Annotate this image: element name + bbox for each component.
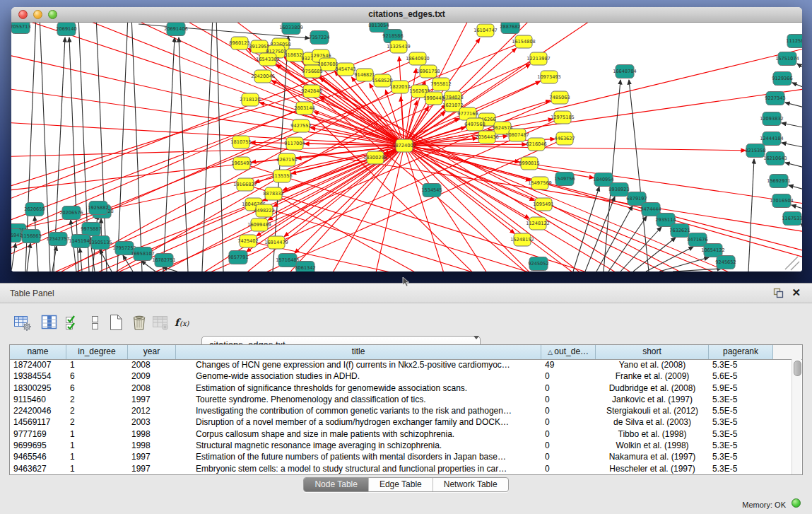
cell-out_de: 0 [541, 440, 596, 451]
cell-name: 9463627 [10, 463, 66, 474]
cell-out_de: 0 [541, 428, 596, 440]
column-header-in_degree[interactable]: in_degree [66, 345, 128, 359]
cell-in_degree: 2 [66, 416, 128, 428]
cell-in_degree: 1 [66, 359, 128, 370]
cell-year: 1997 [128, 394, 176, 405]
float-panel-icon[interactable] [773, 288, 784, 298]
table-row[interactable]: 977716911998Corpus callosum shape and si… [10, 428, 802, 440]
table-row[interactable]: 1830029562008Estimation of significance … [10, 382, 802, 394]
network-node-label: 4463627 [554, 136, 575, 141]
cell-name: 9465546 [10, 451, 66, 462]
svg-text:(x): (x) [180, 320, 190, 327]
network-node-label: 1822037 [389, 84, 410, 90]
table-settings-icon[interactable] [13, 313, 33, 333]
cell-pagerank: 5.9E-5 [709, 382, 773, 394]
network-node-label: 20206576 [59, 210, 83, 216]
network-node-label: 1810755 [230, 139, 251, 145]
tab-network-table[interactable]: Network Table [433, 478, 508, 491]
table-row[interactable]: 1872400712008Changes of HCN gene express… [10, 359, 802, 370]
network-node-label: 1534545 [421, 187, 442, 193]
cell-year: 2012 [128, 405, 176, 416]
cell-title: Structural magnetic resonance image aver… [176, 440, 541, 451]
column-header-year[interactable]: year [128, 345, 176, 359]
network-node-label: 4498222 [254, 208, 274, 214]
table-body: 1872400712008Changes of HCN gene express… [10, 359, 802, 474]
cell-pagerank: 5.3E-5 [709, 451, 773, 462]
table-row[interactable]: 1938455462009Genome-wide association stu… [10, 370, 802, 382]
cell-in_degree: 1 [66, 440, 128, 451]
table-scrollbar[interactable] [792, 359, 801, 474]
show-column-icon[interactable] [40, 313, 59, 333]
column-header-title[interactable]: title [176, 345, 541, 359]
cell-year: 1997 [128, 463, 176, 474]
network-node-label: 9117004 [284, 141, 305, 146]
network-node-label: 12975185 [551, 115, 575, 120]
cell-short: Wolkin et al. (1998) [596, 440, 709, 451]
cell-short: Franke et al. (2009) [596, 370, 709, 382]
function-builder-icon[interactable]: f(x) [174, 313, 194, 333]
resize-grip[interactable] [785, 257, 799, 270]
close-panel-icon[interactable]: ✕ [792, 286, 801, 299]
network-node-label: 8471676 [687, 237, 707, 243]
table-row[interactable]: 946362711997Embryonic stem cells: a mode… [10, 463, 802, 474]
cell-title: Estimation of significance thresholds fo… [176, 382, 541, 394]
memory-status-label: Memory: OK [742, 501, 786, 509]
column-header-short[interactable]: short [596, 345, 709, 359]
network-node-label: 6497568 [464, 122, 485, 127]
network-node-label: 16914479 [264, 240, 288, 245]
table-tabs: Node TableEdge TableNetwork Table [303, 477, 508, 492]
cell-year: 1998 [128, 428, 176, 440]
network-node-label: 17016504 [770, 198, 794, 204]
table-scrollbar-thumb[interactable] [794, 361, 801, 376]
delete-table-icon[interactable] [129, 313, 149, 333]
cell-year: 2009 [128, 370, 176, 382]
cell-in_degree: 2 [66, 405, 128, 416]
tab-edge-table[interactable]: Edge Table [368, 478, 433, 491]
table-row[interactable]: 911546021997Tourette syndrome. Phenomeno… [10, 394, 802, 405]
cell-short: Tibbo et al. (1998) [596, 428, 709, 440]
table-row[interactable]: 946554611997Estimation of the future num… [10, 451, 802, 462]
tab-node-table[interactable]: Node Table [304, 478, 368, 491]
new-table-icon[interactable] [106, 313, 126, 333]
table-row[interactable]: 969969511998Structural magnetic resonanc… [10, 440, 802, 451]
network-node-label: 9474444 [640, 206, 661, 212]
network-node-label: 2935114 [655, 217, 676, 223]
cell-name: 9699695 [10, 440, 66, 451]
cell-name: 9115460 [10, 394, 66, 405]
network-canvas[interactable]: 2055713206914020691406160338097357224881… [11, 23, 802, 271]
cell-out_de: 0 [541, 394, 596, 405]
import-table-icon [151, 313, 170, 333]
column-header-pagerank[interactable]: pagerank [709, 345, 773, 359]
cell-pagerank: 5.3E-5 [709, 440, 773, 451]
network-node-label: 18300295 [363, 155, 387, 160]
column-header-name[interactable]: name [10, 345, 66, 359]
network-node-label: 2718120 [240, 97, 260, 103]
select-rows-icon[interactable] [62, 313, 82, 333]
cell-pagerank: 5.3E-5 [709, 359, 773, 370]
cell-name: 14569117 [10, 416, 66, 428]
table-row[interactable]: 2242004622012Investigating the contribut… [10, 405, 802, 416]
column-header-out_de[interactable]: △ out_de… [541, 345, 596, 359]
network-node-label: 12342757 [46, 236, 70, 242]
cell-short: Yano et al. (2008) [596, 359, 709, 370]
network-node-label: 12444184 [760, 136, 784, 141]
network-node-label: 10654122 [701, 247, 725, 253]
network-node-label: 9129366 [772, 76, 792, 81]
cell-title: Estimation of the future numbers of pati… [176, 451, 541, 462]
network-node-label: 8267150 [276, 157, 297, 163]
network-node-label: 1167533 [782, 216, 802, 221]
sort-asc-icon: △ [548, 349, 554, 356]
network-node-label: 7632621 [669, 228, 690, 233]
network-node-label: 8878332 [263, 191, 283, 197]
table-row[interactable]: 1456911722003Disruption of a novel membe… [10, 416, 802, 428]
node-table: namein_degreeyeartitle△ out_de…shortpage… [9, 344, 803, 475]
cell-title: Corpus callosum shape and size in male p… [176, 428, 541, 440]
network-node-label: 16961758 [416, 69, 440, 74]
cell-title: Genome-wide association studies in ADHD. [176, 370, 541, 382]
table-toolbar: f(x) citations_edges.txt [0, 303, 812, 339]
row-checkbox-icon[interactable] [85, 313, 105, 333]
cell-short: Nakamura et al. (1997) [596, 451, 709, 462]
network-node-label: 9245052 [528, 261, 548, 267]
window-titlebar[interactable]: citations_edges.txt [11, 7, 802, 23]
network-node-label: 22420046 [251, 74, 275, 79]
